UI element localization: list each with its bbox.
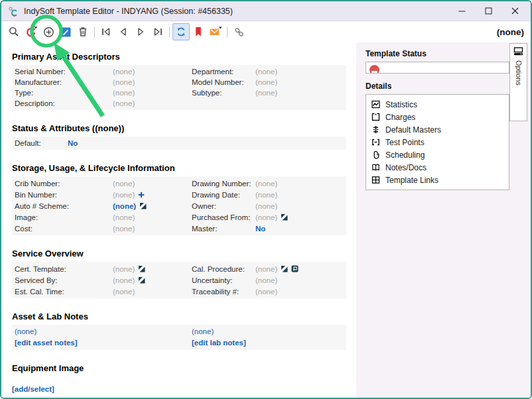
section-heading-service: Service Overview — [12, 249, 356, 258]
field-value: (none) — [255, 78, 277, 86]
field-label: Uncertainty: — [192, 276, 255, 284]
next-record-button[interactable] — [132, 23, 149, 40]
cal-procedure-jump-button[interactable] — [281, 265, 288, 272]
edit-icon — [60, 27, 72, 38]
toolbar-separator — [169, 27, 170, 38]
template-links-icon — [371, 176, 380, 184]
field-label: Est. Cal. Time: — [15, 288, 113, 296]
template-status-heading: Template Status — [366, 49, 509, 58]
right-panel: Template Status Details Statistics — [356, 42, 532, 398]
add-icon — [42, 26, 55, 38]
jump-icon — [139, 202, 147, 209]
options-tab-label: Options — [515, 60, 523, 86]
field-value: (none) — [255, 202, 277, 210]
status-red-icon — [369, 65, 379, 74]
test-points-icon — [371, 138, 380, 146]
field-value: (none) — [255, 191, 277, 199]
last-record-button[interactable] — [149, 23, 166, 40]
field-row: Bin Number: (none) Drawing Date: (none) — [12, 189, 346, 200]
serviced-by-jump-button[interactable] — [138, 276, 145, 284]
section-heading-equipment: Equipment Image — [12, 363, 356, 373]
jump-icon — [138, 276, 145, 284]
bookmark-button[interactable] — [190, 23, 207, 40]
field-label: Crib Number: — [15, 180, 113, 188]
details-item-statistics[interactable]: Statistics — [370, 98, 505, 111]
field-row: Default: No — [12, 138, 346, 148]
details-item-template-links[interactable]: Template Links — [370, 174, 505, 186]
add-bin-button[interactable] — [138, 192, 145, 198]
window-controls — [448, 2, 528, 21]
refresh-button[interactable] — [172, 23, 190, 40]
options-tab[interactable]: Options — [509, 43, 527, 121]
section-heading-status: Status & Attributes ((none)) — [12, 123, 356, 133]
close-button[interactable] — [501, 2, 528, 21]
details-item-notes-docs[interactable]: Notes/Docs — [370, 161, 505, 174]
find-button[interactable] — [5, 23, 23, 40]
window-title: IndySoft Template Editor - INDYANG (Sess… — [24, 7, 448, 16]
add-select-image-link[interactable]: [add/select] — [12, 385, 54, 393]
cal-procedure-open-button[interactable] — [291, 265, 299, 272]
history-button[interactable] — [23, 23, 40, 40]
history-icon — [25, 26, 38, 38]
notes-docs-icon — [371, 163, 380, 172]
default-masters-icon — [371, 125, 380, 134]
details-item-default-masters[interactable]: Default Masters — [370, 123, 505, 136]
add-button[interactable] — [40, 23, 57, 40]
details-item-label: Scheduling — [385, 150, 425, 160]
auto-scheme-value[interactable]: (none) — [113, 202, 136, 210]
email-button[interactable] — [207, 23, 224, 40]
details-item-charges[interactable]: Charges — [370, 111, 505, 123]
field-label: Type: — [15, 89, 113, 97]
delete-button[interactable] — [74, 23, 92, 40]
field-label: Master: — [192, 225, 255, 233]
first-record-button[interactable] — [98, 23, 115, 40]
field-label: Auto # Scheme: — [15, 202, 113, 210]
field-value: (none) — [113, 191, 135, 199]
master-flag-value[interactable]: No — [255, 225, 265, 233]
edit-button[interactable] — [57, 23, 74, 40]
edit-asset-notes-link[interactable]: [edit asset notes] — [15, 339, 192, 347]
maximize-button[interactable] — [475, 2, 501, 21]
search-icon — [8, 26, 20, 38]
field-value: (none) — [113, 99, 135, 107]
details-heading: Details — [366, 82, 509, 91]
open-window-icon — [291, 265, 299, 272]
field-label: Cost: — [15, 225, 113, 233]
asset-lab-notes-rows: (none) (none) [edit asset notes] [edit l… — [12, 325, 346, 350]
field-label: Cert. Template: — [15, 265, 113, 273]
minimize-button[interactable] — [448, 2, 475, 21]
jump-icon — [281, 265, 288, 272]
details-item-scheduling[interactable]: Scheduling — [370, 148, 505, 161]
field-row: Type: (none) Subtype: (none) — [12, 87, 346, 98]
field-label: Drawing Date: — [192, 191, 255, 199]
cert-template-jump-button[interactable] — [138, 265, 145, 272]
title-bar: IndySoft Template Editor - INDYANG (Sess… — [1, 1, 531, 21]
edit-lab-notes-link[interactable]: [edit lab notes] — [192, 339, 346, 347]
jump-icon — [281, 213, 288, 221]
current-record-label: (none) — [497, 27, 524, 37]
statistics-icon — [371, 100, 380, 109]
purchased-from-jump-button[interactable] — [281, 213, 288, 221]
field-label: Description: — [15, 99, 113, 107]
field-label: Default: — [15, 139, 68, 147]
auto-scheme-jump-button[interactable] — [139, 202, 147, 209]
field-value: (none) — [113, 225, 135, 233]
field-label: Department: — [192, 68, 255, 76]
details-item-label: Charges — [385, 113, 415, 122]
link-icon — [233, 26, 245, 38]
app-window: IndySoft Template Editor - INDYANG (Sess… — [0, 0, 532, 399]
details-item-test-points[interactable]: Test Points — [370, 136, 505, 148]
field-value: (none) — [255, 276, 277, 284]
template-status-box — [366, 62, 509, 74]
service-overview-rows: Cert. Template: (none) Cal. Procedure: (… — [12, 262, 346, 298]
details-item-label: Template Links — [385, 176, 438, 185]
field-value: (none) — [113, 265, 135, 273]
previous-record-button[interactable] — [115, 23, 132, 40]
link-button[interactable] — [230, 23, 247, 40]
default-flag-value[interactable]: No — [68, 139, 78, 147]
field-row: Crib Number: (none) Drawing Number: (non… — [12, 178, 346, 189]
field-row: Auto # Scheme: (none) Owner: (none) — [12, 200, 346, 211]
bookmark-icon — [192, 26, 204, 38]
field-label: Traceability #: — [192, 288, 255, 296]
field-value: (none) — [113, 78, 135, 86]
